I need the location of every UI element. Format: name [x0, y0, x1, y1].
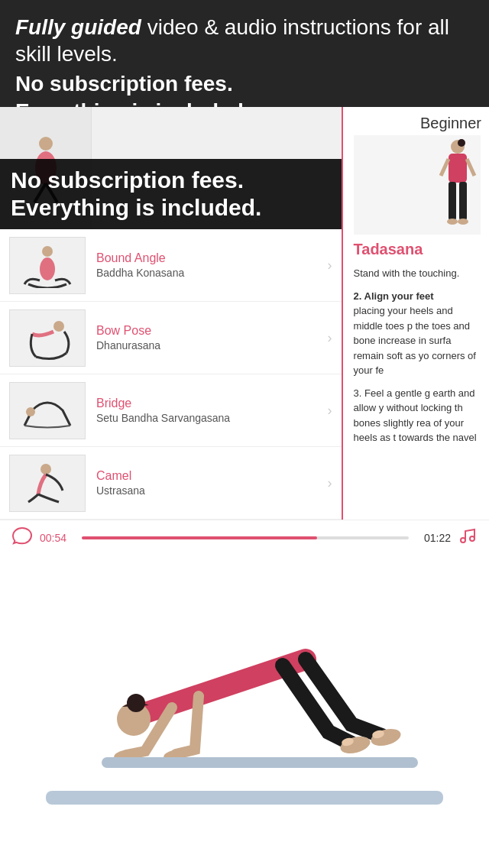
pose-name-camel: Camel — [96, 469, 322, 483]
pose-thumb-bow-pose — [9, 309, 86, 367]
promo-title-italic: Fully guided — [15, 15, 141, 39]
chevron-right-icon-4: › — [322, 475, 332, 491]
instruction-step1: Stand with the touching. — [354, 266, 481, 281]
pose-info-bound-angle: Bound Angle Baddha Konasana — [86, 251, 322, 279]
svg-point-6 — [53, 321, 64, 332]
pose-name-bound-angle: Bound Angle — [96, 251, 322, 265]
pose-item-bound-angle[interactable]: Bound Angle Baddha Konasana › — [0, 229, 342, 302]
chevron-right-icon-2: › — [322, 330, 332, 346]
svg-point-0 — [39, 137, 53, 151]
time-current: 00:54 — [40, 532, 74, 544]
instruction-step3: 3. Feel a gentle g earth and allow y wit… — [354, 386, 481, 445]
pose-info-bow-pose: Bow Pose Dhanurasana — [86, 324, 322, 351]
svg-rect-11 — [449, 154, 467, 183]
video-content — [0, 555, 489, 828]
step2-text: placing your heels and middle toes p the… — [354, 305, 476, 376]
svg-point-7 — [26, 407, 35, 416]
svg-point-5 — [40, 257, 55, 280]
pose-info-camel: Camel Ustrasana — [86, 469, 322, 497]
chevron-right-icon: › — [322, 257, 332, 274]
instruction-pose-title: Tadasana — [354, 241, 481, 258]
chat-icon[interactable] — [12, 526, 32, 549]
svg-rect-15 — [459, 182, 467, 220]
pose-item-bow-pose[interactable]: Bow Pose Dhanurasana › — [0, 302, 342, 374]
progress-bar[interactable] — [82, 536, 409, 539]
instruction-step2: 2. Align your feet placing your heels an… — [354, 289, 481, 378]
step1-text: Stand with the touching. — [354, 267, 460, 279]
right-header-image — [354, 135, 481, 235]
svg-point-16 — [447, 219, 458, 225]
chevron-right-icon-3: › — [322, 403, 332, 419]
svg-point-4 — [42, 246, 53, 257]
svg-line-13 — [467, 159, 474, 176]
svg-point-10 — [458, 139, 465, 147]
svg-point-19 — [470, 536, 474, 541]
svg-point-18 — [461, 538, 465, 542]
player-controls: 00:54 01:22 — [0, 520, 489, 555]
pose-name-bridge: Bridge — [96, 397, 322, 410]
step2-title: 2. Align your feet — [354, 290, 434, 302]
plank-figure — [46, 583, 443, 812]
pose-list: No subscription fees. Everything is incl… — [0, 107, 343, 520]
svg-line-12 — [441, 159, 449, 176]
promo-text-block: Fully guided video & audio instructions … — [0, 0, 489, 107]
time-total: 01:22 — [416, 532, 451, 544]
pose-item-bridge[interactable]: Bridge Setu Bandha Sarvangasana › — [0, 374, 342, 447]
pose-thumb-bridge — [9, 382, 86, 439]
beginner-label: Beginner — [354, 115, 481, 132]
pose-thumb-camel — [9, 455, 86, 512]
svg-point-8 — [40, 464, 51, 474]
pose-sanskrit-bridge: Setu Bandha Sarvangasana — [96, 412, 322, 424]
promo-banner: Fully guided video & audio instructions … — [0, 0, 489, 107]
promo-subtitle-line1: No subscription fees. Everything is incl… — [15, 70, 474, 107]
promo-title: Fully guided video & audio instructions … — [15, 14, 474, 67]
pose-info-bridge: Bridge Setu Bandha Sarvangasana — [86, 397, 322, 424]
instruction-panel: Beginner Tadasana — [345, 107, 489, 520]
no-sub-line1: No subscription fees. — [11, 167, 333, 194]
pose-name-bow-pose: Bow Pose — [96, 324, 322, 338]
yoga-figure-container — [0, 555, 489, 828]
svg-rect-14 — [449, 182, 456, 220]
pose-sanskrit-bow-pose: Dhanurasana — [96, 339, 322, 351]
svg-point-17 — [458, 219, 468, 225]
pose-item-camel[interactable]: Camel Ustrasana › — [0, 447, 342, 520]
no-subscription-overlay: No subscription fees. Everything is incl… — [0, 159, 343, 229]
no-sub-line2: Everything is included. — [11, 194, 333, 222]
pose-sanskrit-camel: Ustrasana — [96, 484, 322, 497]
music-icon[interactable] — [458, 526, 477, 549]
svg-point-21 — [127, 694, 145, 712]
video-player: 00:54 01:22 — [0, 520, 489, 822]
pose-list-header: No subscription fees. Everything is incl… — [0, 107, 343, 229]
pose-thumb-bound-angle — [9, 237, 86, 294]
progress-bar-fill — [82, 536, 317, 539]
pose-sanskrit-bound-angle: Baddha Konasana — [96, 267, 322, 279]
